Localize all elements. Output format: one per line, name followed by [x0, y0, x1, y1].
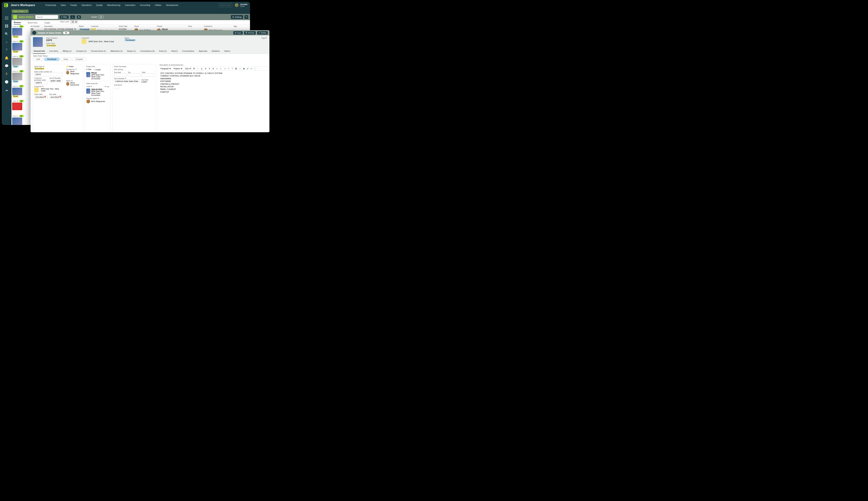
nav-people[interactable]: People — [71, 4, 77, 7]
redo-icon[interactable]: ↷ — [231, 68, 233, 70]
activity-icon[interactable]: 🏃 — [5, 72, 8, 76]
settings-button[interactable]: ⚙Settings — [231, 15, 243, 19]
tab-milestones[interactable]: Milestones (1) — [110, 49, 123, 54]
chat-icon[interactable]: 💬 — [5, 64, 8, 68]
archive-button[interactable]: 🗄Archive — [244, 31, 256, 34]
tab-general-info[interactable]: General Info — [33, 49, 45, 54]
color-icon[interactable]: A — [208, 68, 211, 70]
outdent-icon[interactable]: ⇤ — [220, 68, 222, 70]
bell-icon[interactable]: 🔔 — [5, 56, 8, 60]
indent-icon[interactable]: ⇥ — [223, 68, 226, 70]
nav-utilities[interactable]: Utilities — [155, 4, 161, 7]
editor-content[interactable]: CPC CONTROL SYSTEM UPGRADE TO OVENS 1 & … — [160, 71, 267, 95]
total-input[interactable] — [142, 73, 154, 76]
tab-posts[interactable]: Posts (1) — [158, 49, 167, 54]
seg-complete[interactable]: Complete — [72, 57, 86, 61]
external-link-icon[interactable]: ⇱ — [75, 68, 77, 71]
tab-conversations[interactable]: Conversations — [181, 49, 195, 54]
font-select[interactable]: Poppins — [173, 67, 183, 70]
line-items-input[interactable] — [114, 86, 119, 89]
underline-icon[interactable]: U — [201, 68, 203, 70]
para-select[interactable]: Paragraph — [160, 67, 171, 70]
list-item[interactable]: Order ID: 90Econ — [11, 40, 31, 54]
tax-amt-input[interactable] — [128, 73, 140, 76]
tab-commissions[interactable]: Commissions (4) — [140, 49, 155, 54]
nav-development[interactable]: Development — [166, 4, 178, 7]
tab-delays[interactable]: Delays (1) — [126, 49, 136, 54]
expand-icon[interactable]: ⛶ — [254, 68, 256, 70]
more-icon[interactable]: ⋯ — [258, 68, 260, 70]
help-button[interactable]: ? — [244, 15, 248, 19]
list-item[interactable]: Order ID: 57Econ — [11, 84, 31, 99]
list-item[interactable]: Order ID: 58Cool — [11, 70, 31, 84]
external-link-icon[interactable]: ⇱ — [266, 37, 267, 39]
ol-icon[interactable]: ≡ — [216, 68, 218, 70]
list-item[interactable]: Order ID: 59Cool — [11, 54, 31, 70]
close-icon[interactable]: ✕ — [25, 10, 27, 12]
back-button[interactable]: → — [32, 31, 36, 35]
filter-button[interactable]: ▾Filter — [60, 15, 68, 19]
tab-line-items[interactable]: Line Items — [49, 49, 59, 54]
external-link-icon[interactable]: ⇱ — [42, 86, 44, 87]
son-input[interactable]: 23379 — [34, 73, 63, 76]
tab-history[interactable]: History — [224, 49, 231, 54]
app-tab-sales-orders[interactable]: Sales Orders ✕ — [12, 10, 29, 13]
tab-billings[interactable]: Billings (1) — [62, 49, 72, 54]
create-button[interactable]: ＋ Create — [93, 68, 101, 71]
strike-icon[interactable]: S — [204, 68, 207, 70]
view-limit-select[interactable]: 50 — [70, 21, 77, 23]
list-item[interactable]: Order ID: 47 — [11, 114, 31, 125]
tab-board[interactable]: Board View — [28, 22, 38, 24]
size-select[interactable]: 11px — [184, 67, 191, 70]
nav-automation[interactable]: Automation — [125, 4, 135, 7]
nav-productivity[interactable]: Productivity — [45, 4, 56, 7]
nav-operations[interactable]: Operations — [82, 4, 92, 7]
tab-insight[interactable]: Insight — [44, 22, 50, 24]
table-icon[interactable]: ▦ — [243, 68, 245, 70]
gear-icon[interactable]: ⚙ — [50, 71, 52, 73]
tax-input[interactable]: 56987-3698 — [49, 79, 63, 83]
add-record-button[interactable]: ＋ — [70, 15, 75, 19]
undo-icon[interactable]: ↶ — [227, 68, 230, 70]
list-item[interactable]: Order ID: 91Econ — [11, 25, 31, 40]
tab-contacts[interactable]: Contacts (1) — [75, 49, 87, 54]
cloud-upload-icon[interactable]: ☁ — [5, 88, 8, 92]
external-link-icon[interactable]: ⇱ — [98, 97, 99, 99]
copy-button[interactable]: ⧉Copy — [233, 31, 243, 34]
ul-icon[interactable]: ≣ — [212, 68, 214, 70]
cpo-input[interactable]: 105873 — [34, 81, 47, 85]
tab-relations[interactable]: Relations — [211, 49, 221, 54]
folder-button[interactable]: 📁 Folder — [66, 66, 82, 67]
nav-manufacturing[interactable]: Manufacturing — [107, 4, 120, 7]
search-app-input[interactable] — [219, 3, 232, 7]
apps-icon[interactable] — [5, 16, 8, 20]
external-link-icon[interactable]: ⇱ — [43, 66, 44, 67]
nav-accounting[interactable]: Accounting — [140, 4, 150, 7]
clock-icon[interactable]: 🕒 — [5, 80, 8, 84]
search-icon[interactable]: 🔍 — [5, 32, 8, 36]
external-link-icon[interactable]: ⇱ — [125, 77, 126, 79]
nav-quality[interactable]: Quality — [96, 4, 103, 7]
list-search-input[interactable] — [35, 15, 58, 19]
tab-browse[interactable]: Browse — [14, 21, 21, 24]
delete-button[interactable]: ✕Delete — [257, 31, 268, 34]
seg-purchased[interactable]: Purchased — [44, 57, 60, 61]
link-icon[interactable]: 🔗 — [246, 68, 249, 70]
seg-active[interactable]: Active — [60, 57, 72, 61]
tax-schedule[interactable]: California State Sales Rate — [114, 79, 140, 83]
external-link-icon[interactable]: ⇱ — [91, 86, 92, 87]
due-date-input[interactable]: 4/21/2024📅 — [49, 95, 63, 99]
add-icon[interactable]: ＋ — [5, 40, 8, 44]
nav-sales[interactable]: Sales — [61, 4, 66, 7]
video-icon[interactable]: ▭ — [239, 68, 241, 70]
dashboard-icon[interactable] — [5, 24, 8, 28]
pick-button[interactable]: ⇱ Pick — [86, 68, 92, 71]
image-icon[interactable]: 🖼 — [235, 68, 237, 70]
bold-icon[interactable]: B — [193, 68, 195, 70]
order-date-input[interactable]: 2/21/2024📅 — [34, 95, 47, 99]
user-menu[interactable]: Jennifer Sistilli — [235, 3, 247, 7]
seg-draft[interactable]: Draft — [33, 57, 43, 61]
list-item[interactable]: Order ID: 49 — [11, 99, 31, 114]
tab-files[interactable]: Files(1) — [170, 49, 178, 54]
tab-approvals[interactable]: Approvals — [198, 49, 208, 54]
